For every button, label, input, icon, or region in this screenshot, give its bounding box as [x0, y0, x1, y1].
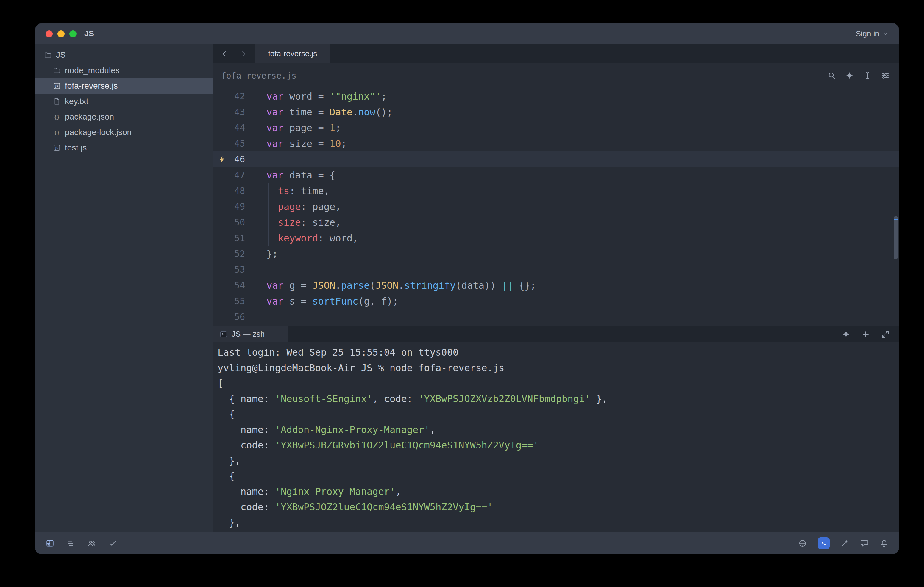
indent-guide — [268, 199, 269, 214]
globe-icon[interactable] — [798, 539, 807, 548]
sidebar: JS node_modulesJSfofa-reverse.jskey.txt{… — [35, 44, 213, 532]
code-line-44[interactable]: 44var page = 1; — [213, 120, 899, 136]
code-line-48[interactable]: 48 ts: time, — [213, 183, 899, 199]
line-number: 54 — [213, 280, 245, 291]
svg-text:JS: JS — [55, 146, 59, 150]
wand-icon[interactable] — [840, 539, 849, 548]
sidebar-file-fofa-reverse-js[interactable]: JSfofa-reverse.js — [35, 78, 213, 94]
line-number: 51 — [213, 233, 245, 243]
line-number: 42 — [213, 91, 245, 101]
code-editor[interactable]: 42var word = '"nginx"';43var time = Date… — [213, 88, 899, 326]
code-line-55[interactable]: 55var s = sortFunc(g, f); — [213, 293, 899, 309]
sidebar-file-key-txt[interactable]: key.txt — [35, 94, 213, 109]
line-number: 52 — [213, 248, 245, 259]
code-text: keyword: word, — [245, 233, 358, 244]
sidebar-root-folder[interactable]: JS — [35, 47, 213, 63]
doc-icon — [53, 97, 61, 105]
filters-icon[interactable] — [881, 71, 890, 80]
code-line-47[interactable]: 47var data = { — [213, 167, 899, 183]
panel-layout-icon[interactable] — [46, 539, 54, 548]
close-button[interactable] — [46, 30, 53, 38]
line-number: 44 — [213, 123, 245, 133]
terminal-toolbar — [842, 326, 899, 342]
sparkle-icon[interactable] — [842, 330, 850, 339]
terminal-output[interactable]: Last login: Wed Sep 25 15:55:04 on ttys0… — [213, 342, 899, 532]
js-icon: JS — [53, 144, 61, 152]
line-number: 50 — [213, 217, 245, 227]
terminal-line-5: { — [218, 406, 899, 422]
outline-list-icon[interactable] — [66, 539, 75, 548]
code-line-53[interactable]: 53 — [213, 262, 899, 278]
sign-in-label: Sign in — [856, 29, 879, 38]
terminal-icon[interactable] — [818, 537, 830, 549]
code-line-56[interactable]: 56 — [213, 309, 899, 325]
terminal-line-4: { name: 'Neusoft-SEnginx', code: 'YXBwPS… — [218, 391, 899, 406]
expand-icon[interactable] — [881, 330, 890, 339]
app-window: JS Sign in JS node_modulesJSfofa-reverse… — [35, 23, 899, 554]
statusbar — [35, 532, 899, 554]
line-number: 45 — [213, 138, 245, 149]
check-icon[interactable] — [108, 539, 117, 548]
terminal-line-7: code: 'YXBwPSJBZGRvbi1OZ2lueC1Qcm94eS1NY… — [218, 437, 899, 453]
code-text: var time = Date.now(); — [245, 107, 393, 118]
code-line-51[interactable]: 51 keyword: word, — [213, 230, 899, 246]
bell-icon[interactable] — [879, 539, 889, 548]
back-arrow-icon[interactable] — [221, 49, 230, 58]
code-line-50[interactable]: 50 size: size, — [213, 214, 899, 230]
line-number: 48 — [213, 186, 245, 196]
terminal-window-icon — [219, 330, 228, 339]
search-icon[interactable] — [827, 71, 836, 80]
file-name: test.js — [65, 143, 87, 153]
text-cursor-icon[interactable] — [863, 71, 872, 80]
code-line-52[interactable]: 52}; — [213, 246, 899, 262]
file-name: fofa-reverse.js — [65, 81, 117, 91]
titlebar: JS Sign in — [35, 23, 899, 44]
terminal-line-3: [ — [218, 376, 899, 391]
root-folder-label: JS — [56, 50, 66, 60]
code-line-43[interactable]: 43var time = Date.now(); — [213, 104, 899, 120]
terminal-line-10: name: 'Nginx-Proxy-Manager', — [218, 484, 899, 499]
code-text: size: size, — [245, 217, 341, 228]
js-icon: JS — [53, 82, 61, 90]
line-number: 56 — [213, 312, 245, 322]
code-line-46[interactable]: 46 — [213, 151, 899, 167]
code-text: ts: time, — [245, 185, 330, 197]
braces-icon: {} — [53, 113, 61, 121]
breadcrumb-bar: fofa-reverse.js — [213, 63, 899, 88]
plus-icon[interactable] — [861, 330, 870, 339]
sidebar-file-package-json[interactable]: {}package.json — [35, 109, 213, 125]
scrollbar-thumb[interactable] — [894, 216, 898, 259]
terminal-tabbar: JS — zsh — [213, 326, 899, 342]
lightning-bolt-icon[interactable] — [218, 155, 226, 164]
svg-text:{}: {} — [54, 114, 60, 120]
sidebar-file-test-js[interactable]: JStest.js — [35, 140, 213, 156]
sparkle-icon[interactable] — [845, 71, 854, 80]
code-line-54[interactable]: 54var g = JSON.parse(JSON.stringify(data… — [213, 278, 899, 293]
code-lines: 42var word = '"nginx"';43var time = Date… — [213, 88, 899, 325]
scrollbar-cursor-mark — [894, 219, 898, 220]
minimize-button[interactable] — [58, 30, 64, 38]
chat-icon[interactable] — [860, 539, 869, 548]
editor-tabbar: fofa-reverse.js — [213, 44, 899, 63]
editor-tab[interactable]: fofa-reverse.js — [255, 44, 330, 63]
line-number: 55 — [213, 296, 245, 306]
code-line-45[interactable]: 45var size = 10; — [213, 136, 899, 151]
sidebar-file-package-lock-json[interactable]: {}package-lock.json — [35, 125, 213, 140]
file-name: node_modules — [65, 66, 120, 75]
code-line-42[interactable]: 42var word = '"nginx"'; — [213, 88, 899, 104]
fullscreen-button[interactable] — [69, 30, 76, 38]
terminal-line-1: Last login: Wed Sep 25 15:55:04 on ttys0… — [218, 345, 899, 360]
statusbar-right — [798, 537, 889, 549]
code-text: var data = { — [245, 169, 335, 181]
code-line-49[interactable]: 49 page: page, — [213, 199, 899, 214]
editor-scrollbar[interactable] — [893, 88, 898, 326]
collaborators-icon[interactable] — [87, 539, 96, 548]
terminal-tab[interactable]: JS — zsh — [213, 326, 288, 342]
code-text: page: page, — [245, 201, 341, 212]
main-area: JS node_modulesJSfofa-reverse.jskey.txt{… — [35, 44, 899, 532]
sign-in-button[interactable]: Sign in — [856, 29, 889, 38]
terminal-line-8: }, — [218, 453, 899, 469]
sidebar-file-node-modules[interactable]: node_modules — [35, 63, 213, 78]
editor-tab-label: fofa-reverse.js — [268, 49, 317, 58]
forward-arrow-icon[interactable] — [238, 49, 247, 58]
